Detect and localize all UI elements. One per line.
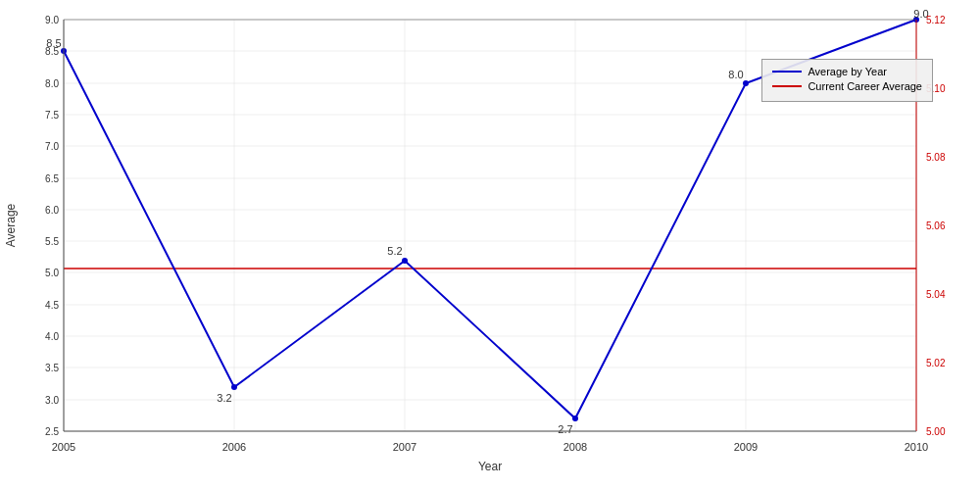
label-2008: 2.7 — [558, 423, 572, 435]
y-right-tick-512: 5.12 — [926, 15, 946, 25]
legend-label-avg-by-year: Average by Year — [808, 66, 887, 77]
y-tick-85: 8.5 — [45, 46, 59, 57]
label-2006: 3.2 — [217, 392, 231, 404]
data-point-2007 — [402, 258, 408, 264]
x-tick-2007: 2007 — [393, 441, 416, 453]
y-tick-8: 8.0 — [45, 78, 59, 89]
x-tick-2008: 2008 — [564, 441, 587, 453]
label-2009: 8.0 — [728, 69, 743, 80]
label-2007: 5.2 — [387, 245, 402, 257]
x-tick-2009: 2009 — [734, 441, 758, 453]
x-axis-label: Year — [478, 460, 502, 473]
y-right-tick-502: 5.02 — [926, 358, 946, 368]
y-tick-9: 9.0 — [45, 15, 59, 25]
y-tick-5: 5.0 — [45, 268, 59, 278]
legend-label-career-avg: Current Career Average — [808, 80, 922, 92]
legend-line-blue — [772, 71, 802, 73]
legend-box: Average by Year Current Career Average — [761, 59, 933, 102]
y-right-tick-508: 5.08 — [926, 152, 946, 163]
y-tick-25: 2.5 — [45, 426, 59, 437]
legend-item-career-avg: Current Career Average — [772, 80, 922, 92]
y-tick-65: 6.5 — [45, 173, 59, 184]
y-tick-3: 3.0 — [45, 395, 59, 406]
data-point-2006 — [231, 384, 237, 390]
chart-container: 8.5 3.2 5.2 2.7 8.0 9.0 Average 9.0 8.5 … — [0, 0, 980, 490]
legend-line-red — [772, 85, 802, 87]
data-point-2008 — [572, 416, 578, 421]
y-tick-6: 6.0 — [45, 205, 59, 216]
x-tick-2006: 2006 — [222, 441, 246, 453]
y-tick-45: 4.5 — [45, 300, 59, 311]
y-tick-75: 7.5 — [45, 110, 59, 121]
y-tick-4: 4.0 — [45, 331, 59, 342]
data-point-2009 — [743, 80, 749, 86]
y-right-tick-504: 5.04 — [926, 289, 946, 300]
legend-item-avg-by-year: Average by Year — [772, 66, 922, 77]
y-tick-35: 3.5 — [45, 363, 59, 373]
y-tick-55: 5.5 — [45, 236, 59, 247]
x-tick-2005: 2005 — [52, 441, 75, 453]
y-right-tick-506: 5.06 — [926, 220, 946, 231]
y-right-tick-500: 5.00 — [926, 426, 946, 437]
x-tick-2010: 2010 — [905, 441, 928, 453]
y-axis-label: Average — [4, 203, 18, 247]
y-tick-7: 7.0 — [45, 141, 59, 152]
